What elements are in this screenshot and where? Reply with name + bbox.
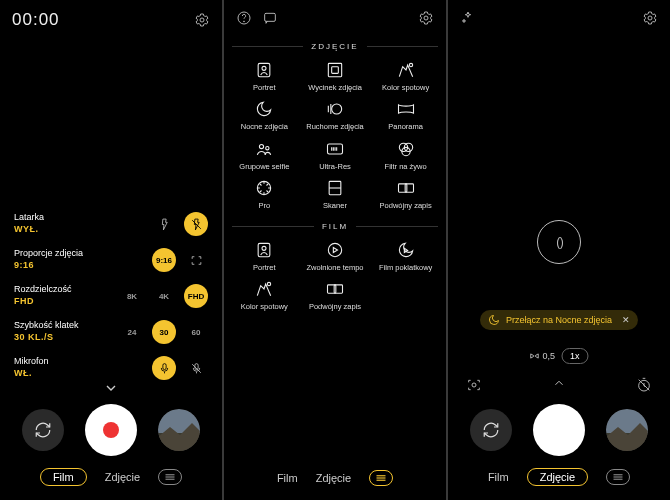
- mic-off-icon[interactable]: [184, 356, 208, 380]
- mode-f_portret[interactable]: Portret: [230, 239, 299, 272]
- mode-tabs: Film Zdjęcie: [224, 460, 446, 500]
- mode-label: Ultra-Res: [319, 163, 351, 171]
- panel-video-settings: 00:00 LatarkaWYŁ. Proporcje zdjęcia9:16 …: [0, 0, 222, 500]
- fps-60-pill[interactable]: 60: [184, 320, 208, 344]
- recording-timer: 00:00: [12, 10, 60, 30]
- gallery-thumbnail[interactable]: [606, 409, 648, 451]
- svg-point-21: [332, 104, 342, 114]
- google-lens-icon[interactable]: [466, 377, 482, 393]
- svg-point-13: [244, 21, 245, 22]
- f_podwojny-icon: [324, 278, 346, 300]
- switch-camera-button[interactable]: [470, 409, 512, 451]
- tab-film[interactable]: Film: [40, 468, 87, 486]
- mode-wycinek[interactable]: Wycinek zdjęcia: [301, 59, 370, 92]
- tool-row: [448, 372, 670, 398]
- svg-point-34: [262, 246, 266, 250]
- svg-marker-36: [333, 248, 337, 253]
- ratio-value: 9:16: [14, 260, 83, 272]
- mode-f_kolor[interactable]: Kolor spotowy: [230, 278, 299, 311]
- podwojny-icon: [395, 177, 417, 199]
- mode-tabs: Film Zdjęcie: [448, 458, 670, 500]
- mode-filtr[interactable]: Filtr na żywo: [371, 138, 440, 171]
- mode-label: Wycinek zdjęcia: [308, 84, 362, 92]
- mode-label: Kolor spotowy: [241, 303, 288, 311]
- mode-f_podwojny[interactable]: Podwójny zapis: [301, 278, 370, 311]
- portret-icon: [253, 59, 275, 81]
- more-modes-icon[interactable]: [158, 469, 182, 485]
- more-modes-icon[interactable]: [606, 469, 630, 485]
- f_kolor-icon: [253, 278, 275, 300]
- kolor-icon: [395, 59, 417, 81]
- settings-icon[interactable]: [418, 10, 434, 26]
- svg-marker-46: [535, 354, 538, 358]
- mode-pro[interactable]: Pro: [230, 177, 299, 210]
- night-mode-toast[interactable]: Przełącz na Nocne zdjęcia ✕: [480, 310, 638, 330]
- feedback-icon[interactable]: [262, 10, 278, 26]
- svg-rect-2: [162, 363, 165, 369]
- zoom-1x[interactable]: 1x: [561, 348, 589, 364]
- zoom-wide[interactable]: 0,5: [529, 351, 555, 361]
- viewfinder[interactable]: ( ) Przełącz na Nocne zdjęcia ✕ 0,5 1x: [448, 30, 670, 372]
- timer-off-icon[interactable]: [636, 377, 652, 393]
- setting-flash: LatarkaWYŁ.: [14, 212, 208, 236]
- tab-photo[interactable]: Zdjęcie: [316, 472, 351, 484]
- mic-on-icon[interactable]: [152, 356, 176, 380]
- mode-ultrares[interactable]: Ultra-Res: [301, 138, 370, 171]
- gallery-thumbnail[interactable]: [158, 409, 200, 451]
- ratio-916-pill[interactable]: 9:16: [152, 248, 176, 272]
- mode-podwojny[interactable]: Podwójny zapis: [371, 177, 440, 210]
- res-4k-pill[interactable]: 4K: [152, 284, 176, 308]
- mode-label: Zwolnione tempo: [306, 264, 363, 272]
- svg-rect-18: [328, 63, 341, 76]
- mode-f_timelapse[interactable]: Film poklatkowy: [371, 239, 440, 272]
- collapse-settings[interactable]: [0, 380, 222, 396]
- setting-fps: Szybkość klatek30 KL./S 24 30 60: [14, 320, 208, 344]
- tab-photo[interactable]: Zdjęcie: [105, 471, 140, 483]
- help-icon[interactable]: [236, 10, 252, 26]
- torch-off-icon[interactable]: [152, 212, 176, 236]
- torch-disabled-icon[interactable]: [184, 212, 208, 236]
- mode-ruchome[interactable]: Ruchome zdjęcia: [301, 98, 370, 131]
- mode-label: Panorama: [388, 123, 423, 131]
- mode-portret[interactable]: Portret: [230, 59, 299, 92]
- more-modes-icon-active[interactable]: [369, 470, 393, 486]
- mode-panorama[interactable]: Panorama: [371, 98, 440, 131]
- settings-icon[interactable]: [642, 10, 658, 26]
- fps-24-pill[interactable]: 24: [120, 320, 144, 344]
- topbar: 00:00: [0, 0, 222, 34]
- tab-photo[interactable]: Zdjęcie: [527, 468, 588, 486]
- res-8k-pill[interactable]: 8K: [120, 284, 144, 308]
- tab-film[interactable]: Film: [488, 471, 509, 483]
- f_portret-icon: [253, 239, 275, 261]
- flash-value: WYŁ.: [14, 224, 44, 236]
- setting-mic: MikrofonWŁ.: [14, 356, 208, 380]
- close-icon[interactable]: ✕: [622, 315, 630, 325]
- mode-nocne[interactable]: Nocne zdjęcia: [230, 98, 299, 131]
- toast-text: Przełącz na Nocne zdjęcia: [506, 315, 612, 325]
- res-label: Rozdzielczość: [14, 284, 72, 296]
- fps-30-pill[interactable]: 30: [152, 320, 176, 344]
- fps-value: 30 KL./S: [14, 332, 79, 344]
- shutter-button[interactable]: [533, 404, 585, 456]
- svg-point-15: [424, 16, 428, 20]
- flash-label: Latarka: [14, 212, 44, 224]
- record-button[interactable]: [85, 404, 137, 456]
- res-fhd-pill[interactable]: FHD: [184, 284, 208, 308]
- expand-settings[interactable]: [552, 376, 566, 394]
- settings-icon[interactable]: [194, 12, 210, 28]
- svg-point-44: [648, 16, 652, 20]
- filtr-icon: [395, 138, 417, 160]
- tab-film[interactable]: Film: [277, 472, 298, 484]
- modes-scroll[interactable]: ZDJĘCIE PortretWycinek zdjęciaKolor spot…: [224, 30, 446, 460]
- svg-rect-14: [265, 13, 276, 21]
- zoom-selector: 0,5 1x: [529, 348, 588, 364]
- switch-camera-button[interactable]: [22, 409, 64, 451]
- setting-ratio: Proporcje zdjęcia9:16 9:16: [14, 248, 208, 272]
- mode-skaner[interactable]: Skaner: [301, 177, 370, 210]
- mode-f_slow[interactable]: Zwolnione tempo: [301, 239, 370, 272]
- topbar: [224, 0, 446, 30]
- mode-selfie[interactable]: Grupowe selfie: [230, 138, 299, 171]
- ratio-full-icon[interactable]: [184, 248, 208, 272]
- ai-enhance-icon[interactable]: [460, 10, 476, 26]
- mode-kolor[interactable]: Kolor spotowy: [371, 59, 440, 92]
